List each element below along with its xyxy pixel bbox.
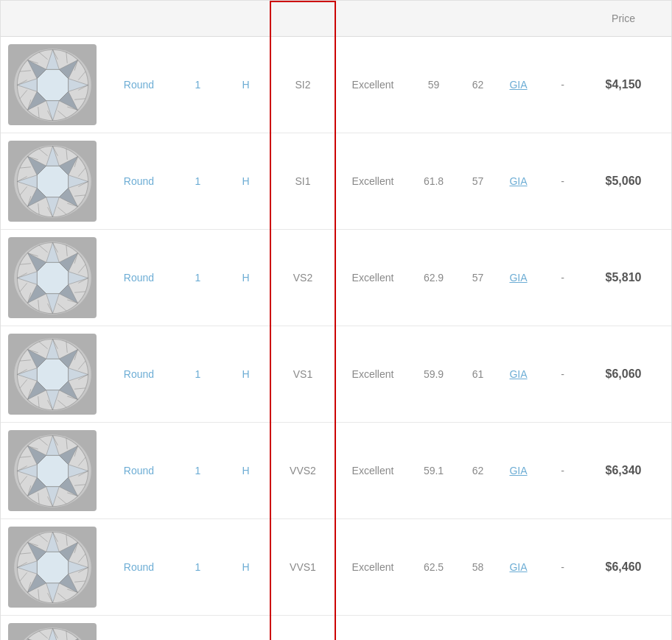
cell-cut: Excellent (336, 169, 410, 193)
cell-shape: Round (104, 362, 174, 386)
cell-origin: - (539, 555, 587, 579)
cell-color: H (222, 266, 270, 289)
diamond-photo-cell[interactable] (1, 133, 104, 229)
table-row: Round1HSI2Excellent5962GIA-$4,150 (1, 37, 671, 133)
table-row: Round1HVVS1Excellent62.558GIA-$6,460 (1, 519, 671, 616)
cell-lab[interactable]: GIA (498, 555, 539, 579)
cell-color: H (222, 459, 270, 482)
cell-carat: 1 (174, 362, 222, 386)
cell-carat: 1 (174, 266, 222, 289)
cell-table: 62 (458, 459, 498, 482)
cell-price: $6,340 (587, 458, 660, 483)
cell-origin: - (539, 169, 587, 193)
cell-color: H (222, 555, 270, 579)
cell-color: H (222, 362, 270, 386)
table-row: Round1HIFExcellent62.260GIA-$6,940 (1, 616, 671, 640)
cell-depth: 61.8 (410, 169, 458, 193)
cell-price: $6,460 (587, 555, 660, 580)
cell-carat: 1 (174, 555, 222, 579)
cell-origin: - (539, 459, 587, 482)
diamond-image (8, 141, 97, 222)
diamond-photo-cell[interactable] (1, 423, 104, 518)
diamond-table: Price Round1HSI2Excellent5962GIA-$4,150R… (0, 0, 672, 640)
cell-carat: 1 (174, 459, 222, 482)
diamond-image (8, 623, 97, 640)
cell-cut: Excellent (336, 362, 410, 386)
cell-clarity: SI2 (270, 73, 336, 96)
header-color (222, 10, 270, 27)
table-row: Round1HVVS2Excellent59.162GIA-$6,340 (1, 423, 671, 519)
table-row: Round1HSI1Excellent61.857GIA-$5,060 (1, 133, 671, 230)
cell-clarity: VVS1 (270, 555, 336, 579)
header-photo (1, 10, 104, 27)
header-carat (174, 10, 222, 27)
cell-shape: Round (104, 169, 174, 193)
cell-depth: 59.9 (410, 362, 458, 386)
cell-shape: Round (104, 73, 174, 96)
cell-price: $5,060 (587, 169, 660, 194)
cell-lab[interactable]: GIA (498, 266, 539, 289)
diamond-image (8, 237, 97, 318)
cell-origin: - (539, 266, 587, 289)
cell-cut: Excellent (336, 266, 410, 289)
header-price: Price (587, 10, 660, 27)
cell-clarity: VVS2 (270, 459, 336, 482)
cell-clarity: VS2 (270, 266, 336, 289)
cell-lab[interactable]: GIA (498, 459, 539, 482)
header-depth (410, 10, 458, 27)
diamond-photo-cell[interactable] (1, 519, 104, 615)
cell-depth: 59.1 (410, 459, 458, 482)
cell-price: $5,810 (587, 265, 660, 290)
cell-table: 57 (458, 169, 498, 193)
header-table (458, 10, 498, 27)
header-origin (539, 10, 587, 27)
diamond-photo-cell[interactable] (1, 326, 104, 422)
cell-color: H (222, 169, 270, 193)
header-clarity (270, 10, 336, 27)
table-row: Round1HVS2Excellent62.957GIA-$5,810 (1, 230, 671, 326)
header-cut (336, 10, 410, 27)
cell-table: 57 (458, 266, 498, 289)
cell-lab[interactable]: GIA (498, 362, 539, 386)
cell-depth: 62.5 (410, 555, 458, 579)
cell-color: H (222, 73, 270, 96)
cell-price: $4,150 (587, 72, 660, 97)
cell-shape: Round (104, 266, 174, 289)
cell-carat: 1 (174, 73, 222, 96)
cell-carat: 1 (174, 169, 222, 193)
diamond-image (8, 334, 97, 415)
cell-table: 62 (458, 73, 498, 96)
cell-clarity: VS1 (270, 362, 336, 386)
cell-table: 61 (458, 362, 498, 386)
cell-origin: - (539, 362, 587, 386)
cell-price: $6,060 (587, 362, 660, 387)
cell-lab[interactable]: GIA (498, 169, 539, 193)
cell-origin: - (539, 73, 587, 96)
diamond-image (8, 527, 97, 608)
diamond-image (8, 44, 97, 125)
diamond-photo-cell[interactable] (1, 230, 104, 326)
table-header: Price (1, 1, 671, 37)
cell-table: 58 (458, 555, 498, 579)
diamond-image (8, 430, 97, 511)
cell-clarity: SI1 (270, 169, 336, 193)
cell-shape: Round (104, 555, 174, 579)
table-row: Round1HVS1Excellent59.961GIA-$6,060 (1, 326, 671, 423)
cell-cut: Excellent (336, 459, 410, 482)
header-shape (104, 10, 174, 27)
cell-cut: Excellent (336, 555, 410, 579)
diamond-photo-cell[interactable] (1, 616, 104, 640)
header-lab (498, 10, 539, 27)
diamond-photo-cell[interactable] (1, 37, 104, 133)
cell-shape: Round (104, 459, 174, 482)
table-wrapper: Price Round1HSI2Excellent5962GIA-$4,150R… (1, 1, 671, 640)
cell-cut: Excellent (336, 73, 410, 96)
rows-container: Round1HSI2Excellent5962GIA-$4,150Round1H… (1, 37, 671, 640)
cell-depth: 59 (410, 73, 458, 96)
cell-lab[interactable]: GIA (498, 73, 539, 96)
cell-depth: 62.9 (410, 266, 458, 289)
